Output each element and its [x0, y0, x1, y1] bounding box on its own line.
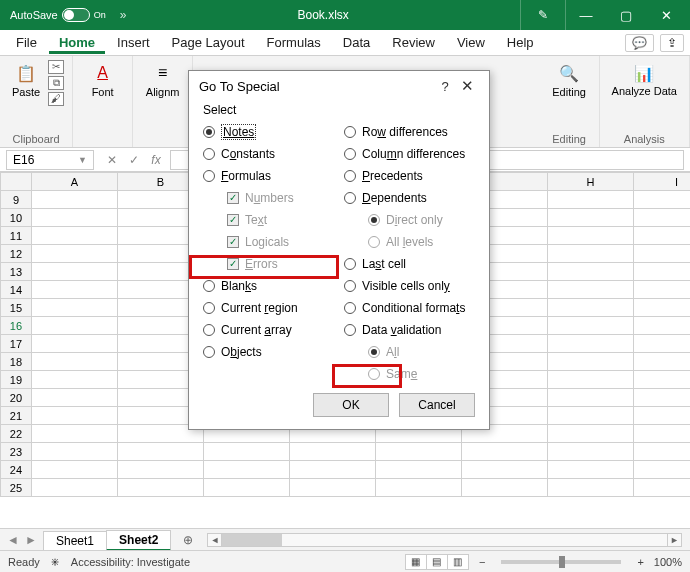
option-blanks[interactable]: Blanks	[203, 277, 334, 295]
accessibility-status[interactable]: Accessibility: Investigate	[71, 556, 190, 568]
comments-button[interactable]: 💬	[625, 34, 654, 52]
tab-file[interactable]: File	[6, 31, 47, 54]
row-header[interactable]: 25	[1, 479, 32, 497]
cancel-button[interactable]: Cancel	[399, 393, 475, 417]
row-header[interactable]: 10	[1, 209, 32, 227]
option-blanks-label: Blanks	[221, 279, 257, 293]
option-notes[interactable]: Notes	[203, 123, 334, 141]
dialog-help-button[interactable]: ?	[435, 79, 455, 94]
ok-button[interactable]: OK	[313, 393, 389, 417]
option-last-cell[interactable]: Last cell	[344, 255, 475, 273]
alignment-button[interactable]: ≡ Alignm	[141, 60, 184, 100]
option-current-array[interactable]: Current array	[203, 321, 334, 339]
autosave-toggle[interactable]: AutoSave On	[4, 8, 112, 22]
sheet-nav-prev[interactable]: ◄	[4, 533, 22, 547]
share-button[interactable]: ⇪	[660, 34, 684, 52]
option-constants[interactable]: Constants	[203, 145, 334, 163]
col-header[interactable]: H	[547, 173, 633, 191]
hscroll-thumb[interactable]	[222, 534, 282, 546]
dialog-close-button[interactable]: ✕	[455, 77, 479, 95]
accessibility-icon[interactable]: ⛯	[50, 556, 61, 568]
zoom-out[interactable]: −	[479, 556, 485, 568]
zoom-in[interactable]: +	[637, 556, 643, 568]
option-dependents[interactable]: Dependents	[344, 189, 475, 207]
row-header[interactable]: 15	[1, 299, 32, 317]
row-header[interactable]: 9	[1, 191, 32, 209]
option-column-differences[interactable]: Column differences	[344, 145, 475, 163]
editing-button[interactable]: 🔍 Editing	[548, 60, 591, 100]
sheet-tab-sheet1[interactable]: Sheet1	[43, 531, 107, 550]
hscroll-right-icon[interactable]: ►	[667, 534, 681, 546]
option-rowdiff-label: Row differences	[362, 125, 448, 139]
option-precedents[interactable]: Precedents	[344, 167, 475, 185]
analyze-data-button[interactable]: 📊 Analyze Data	[608, 60, 681, 99]
col-header[interactable]: I	[633, 173, 690, 191]
tab-help[interactable]: Help	[497, 31, 544, 54]
close-window-button[interactable]: ✕	[646, 0, 686, 30]
select-all-corner[interactable]	[1, 173, 32, 191]
tab-pagelayout[interactable]: Page Layout	[162, 31, 255, 54]
copy-icon[interactable]: ⧉	[48, 76, 64, 90]
option-visible-label: Visible cells only	[362, 279, 450, 293]
sheet-tab-sheet2[interactable]: Sheet2	[106, 530, 171, 551]
tab-insert[interactable]: Insert	[107, 31, 160, 54]
tab-home[interactable]: Home	[49, 31, 105, 54]
row-header[interactable]: 12	[1, 245, 32, 263]
tab-view[interactable]: View	[447, 31, 495, 54]
option-data-validation[interactable]: Data validation	[344, 321, 475, 339]
dialog-title: Go To Special	[199, 79, 280, 94]
touch-mode-icon[interactable]: ✎	[520, 0, 566, 30]
sheet-nav-next[interactable]: ►	[22, 533, 40, 547]
horizontal-scrollbar[interactable]: ◄ ►	[207, 533, 682, 547]
option-formulas[interactable]: Formulas	[203, 167, 334, 185]
hscroll-left-icon[interactable]: ◄	[208, 534, 222, 546]
group-clipboard: 📋 Paste ✂ ⧉ 🖌 Clipboard	[0, 56, 73, 147]
zoom-slider[interactable]	[501, 560, 621, 564]
row-header[interactable]: 16	[1, 317, 32, 335]
zoom-slider-knob[interactable]	[559, 556, 565, 568]
option-visible-cells[interactable]: Visible cells only	[344, 277, 475, 295]
name-box-dropdown-icon[interactable]: ▼	[78, 155, 87, 165]
row-header[interactable]: 20	[1, 389, 32, 407]
view-pagelayout-icon[interactable]: ▤	[426, 554, 448, 570]
group-analysis: 📊 Analyze Data Analysis	[600, 56, 690, 147]
col-header[interactable]: A	[31, 173, 117, 191]
formula-enter[interactable]: ✓	[124, 151, 144, 169]
row-header[interactable]: 24	[1, 461, 32, 479]
view-normal-icon[interactable]: ▦	[405, 554, 427, 570]
option-condfmt-label: Conditional formats	[362, 301, 465, 315]
add-sheet-button[interactable]: ⊕	[177, 533, 199, 547]
tab-formulas[interactable]: Formulas	[257, 31, 331, 54]
insert-function[interactable]: fx	[146, 151, 166, 169]
row-header[interactable]: 23	[1, 443, 32, 461]
maximize-button[interactable]: ▢	[606, 0, 646, 30]
option-objects[interactable]: Objects	[203, 343, 334, 361]
tab-review[interactable]: Review	[382, 31, 445, 54]
radio-icon	[203, 346, 215, 358]
option-current-region[interactable]: Current region	[203, 299, 334, 317]
zoom-level[interactable]: 100%	[654, 556, 682, 568]
option-conditional-formats[interactable]: Conditional formats	[344, 299, 475, 317]
paste-button[interactable]: 📋 Paste	[8, 60, 44, 100]
minimize-button[interactable]: —	[566, 0, 606, 30]
row-header[interactable]: 21	[1, 407, 32, 425]
row-header[interactable]: 11	[1, 227, 32, 245]
checkbox-icon: ✓	[227, 236, 239, 248]
row-header[interactable]: 14	[1, 281, 32, 299]
analyze-label: Analyze Data	[612, 86, 677, 97]
format-painter-icon[interactable]: 🖌	[48, 92, 64, 106]
formula-cancel[interactable]: ✕	[102, 151, 122, 169]
view-pagebreak-icon[interactable]: ▥	[447, 554, 469, 570]
qat-more[interactable]: »	[120, 8, 127, 22]
tab-data[interactable]: Data	[333, 31, 380, 54]
row-header[interactable]: 13	[1, 263, 32, 281]
row-header[interactable]: 19	[1, 371, 32, 389]
autosave-switch[interactable]	[62, 8, 90, 22]
row-header[interactable]: 22	[1, 425, 32, 443]
row-header[interactable]: 18	[1, 353, 32, 371]
row-header[interactable]: 17	[1, 335, 32, 353]
font-button[interactable]: A Font	[81, 60, 124, 100]
cut-icon[interactable]: ✂	[48, 60, 64, 74]
name-box[interactable]: E16 ▼	[6, 150, 94, 170]
option-row-differences[interactable]: Row differences	[344, 123, 475, 141]
